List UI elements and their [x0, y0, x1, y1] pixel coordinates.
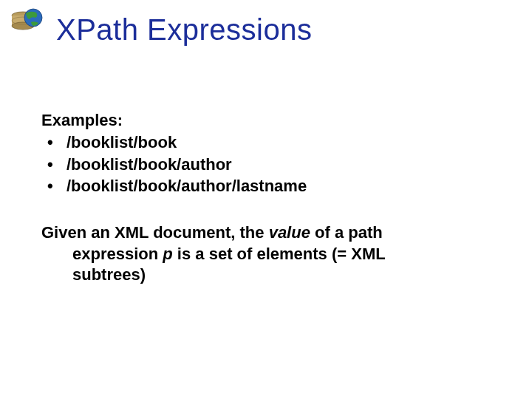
slide-body: Examples: /booklist/book /booklist/book/…	[41, 111, 502, 286]
para-text: Given an XML document, the	[41, 223, 269, 242]
para-text: is a set of elements (= XML	[173, 245, 386, 263]
para-text: of a path	[310, 223, 383, 242]
list-item: /booklist/book/author/lastname	[47, 175, 502, 197]
globe-db-icon	[9, 6, 44, 41]
para-text: expression	[72, 245, 163, 263]
examples-list: /booklist/book /booklist/book/author /bo…	[47, 132, 502, 197]
slide-title: XPath Expressions	[56, 13, 312, 47]
para-italic-value: value	[269, 223, 310, 242]
para-italic-p: p	[163, 245, 172, 263]
para-text: subtrees)	[41, 265, 502, 286]
list-item: /booklist/book	[47, 132, 502, 154]
examples-heading: Examples:	[41, 111, 502, 130]
explanation-paragraph: Given an XML document, the value of a pa…	[41, 222, 502, 286]
list-item: /booklist/book/author	[47, 154, 502, 176]
